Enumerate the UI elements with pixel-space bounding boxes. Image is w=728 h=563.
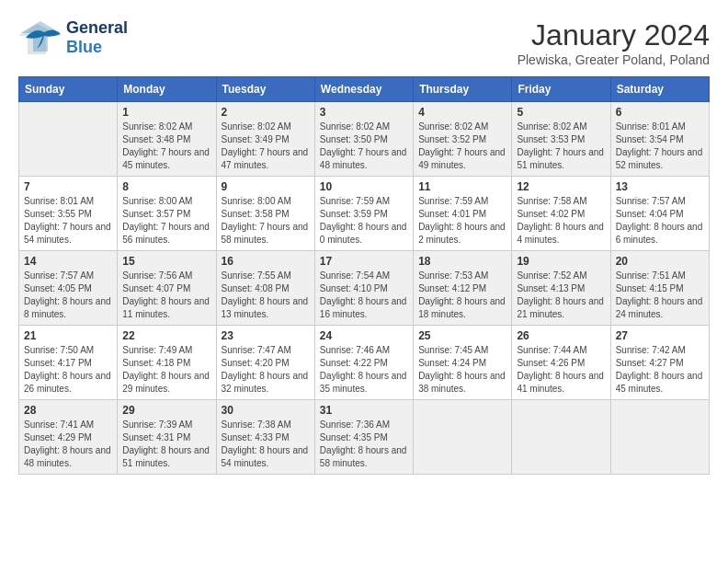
day-number: 28 [24,404,112,417]
day-number: 20 [616,255,704,268]
day-cell: 12Sunrise: 7:58 AMSunset: 4:02 PMDayligh… [512,177,610,251]
day-number: 16 [222,255,310,268]
day-number: 3 [320,106,408,119]
day-cell: 1Sunrise: 8:02 AMSunset: 3:48 PMDaylight… [118,102,216,177]
day-number: 14 [24,255,112,268]
day-info: Sunrise: 7:59 AMSunset: 3:59 PMDaylight:… [320,195,408,247]
day-info: Sunrise: 8:00 AMSunset: 3:58 PMDaylight:… [222,195,310,247]
logo-text: General Blue [66,18,128,57]
day-cell: 16Sunrise: 7:55 AMSunset: 4:08 PMDayligh… [216,251,314,326]
day-number: 29 [122,404,210,417]
day-cell: 3Sunrise: 8:02 AMSunset: 3:50 PMDaylight… [314,102,413,177]
title-block: January 2024 Plewiska, Greater Poland, P… [518,18,710,67]
day-cell: 20Sunrise: 7:51 AMSunset: 4:15 PMDayligh… [610,251,709,326]
logo-blue: Blue [66,38,102,56]
day-cell: 2Sunrise: 8:02 AMSunset: 3:49 PMDaylight… [216,102,314,177]
day-number: 5 [517,106,605,119]
week-row-5: 28Sunrise: 7:41 AMSunset: 4:29 PMDayligh… [19,400,710,475]
day-cell: 7Sunrise: 8:01 AMSunset: 3:55 PMDaylight… [19,177,118,251]
day-cell: 19Sunrise: 7:52 AMSunset: 4:13 PMDayligh… [512,251,610,326]
logo: General Blue [18,18,128,57]
day-info: Sunrise: 8:02 AMSunset: 3:50 PMDaylight:… [320,121,408,172]
day-cell: 5Sunrise: 8:02 AMSunset: 3:53 PMDaylight… [512,102,610,177]
day-number: 23 [222,329,310,342]
day-cell: 11Sunrise: 7:59 AMSunset: 4:01 PMDayligh… [414,177,512,251]
header-cell-thursday: Thursday [414,77,512,102]
header-cell-monday: Monday [118,77,216,102]
day-cell: 24Sunrise: 7:46 AMSunset: 4:22 PMDayligh… [314,326,413,400]
day-cell: 22Sunrise: 7:49 AMSunset: 4:18 PMDayligh… [118,326,216,400]
day-number: 30 [222,404,310,417]
day-info: Sunrise: 7:47 AMSunset: 4:20 PMDaylight:… [222,344,310,396]
day-cell: 15Sunrise: 7:56 AMSunset: 4:07 PMDayligh… [118,251,216,326]
day-info: Sunrise: 8:02 AMSunset: 3:48 PMDaylight:… [122,121,210,172]
header-cell-saturday: Saturday [610,77,709,102]
day-info: Sunrise: 7:38 AMSunset: 4:33 PMDaylight:… [222,419,310,470]
day-number: 25 [418,329,506,342]
day-number: 15 [122,255,210,268]
day-number: 27 [616,329,704,342]
day-info: Sunrise: 8:01 AMSunset: 3:55 PMDaylight:… [24,195,112,247]
header-row: SundayMondayTuesdayWednesdayThursdayFrid… [19,77,710,102]
header-cell-friday: Friday [512,77,610,102]
day-info: Sunrise: 7:54 AMSunset: 4:10 PMDaylight:… [320,270,408,321]
day-number: 10 [320,180,408,193]
day-number: 7 [24,180,112,193]
day-cell: 26Sunrise: 7:44 AMSunset: 4:26 PMDayligh… [512,326,610,400]
day-number: 6 [616,106,704,119]
day-info: Sunrise: 7:52 AMSunset: 4:13 PMDaylight:… [517,270,605,321]
day-cell: 8Sunrise: 8:00 AMSunset: 3:57 PMDaylight… [118,177,216,251]
day-cell [512,400,610,475]
day-info: Sunrise: 7:49 AMSunset: 4:18 PMDaylight:… [122,344,210,396]
day-cell: 29Sunrise: 7:39 AMSunset: 4:31 PMDayligh… [118,400,216,475]
day-info: Sunrise: 7:39 AMSunset: 4:31 PMDaylight:… [122,419,210,470]
day-cell: 14Sunrise: 7:57 AMSunset: 4:05 PMDayligh… [19,251,118,326]
day-number: 2 [222,106,310,119]
day-number: 22 [122,329,210,342]
day-info: Sunrise: 7:41 AMSunset: 4:29 PMDaylight:… [24,419,112,470]
day-cell: 28Sunrise: 7:41 AMSunset: 4:29 PMDayligh… [19,400,118,475]
day-cell: 30Sunrise: 7:38 AMSunset: 4:33 PMDayligh… [216,400,314,475]
day-number: 21 [24,329,112,342]
day-cell: 17Sunrise: 7:54 AMSunset: 4:10 PMDayligh… [314,251,413,326]
day-info: Sunrise: 7:45 AMSunset: 4:24 PMDaylight:… [418,344,506,396]
location-text: Plewiska, Greater Poland, Poland [518,52,710,67]
logo-general: General [66,18,128,37]
day-number: 24 [320,329,408,342]
header-cell-sunday: Sunday [19,77,118,102]
day-info: Sunrise: 7:58 AMSunset: 4:02 PMDaylight:… [517,195,605,247]
day-number: 11 [418,180,506,193]
day-cell: 27Sunrise: 7:42 AMSunset: 4:27 PMDayligh… [610,326,709,400]
day-number: 18 [418,255,506,268]
week-row-2: 7Sunrise: 8:01 AMSunset: 3:55 PMDaylight… [19,177,710,251]
day-info: Sunrise: 7:56 AMSunset: 4:07 PMDaylight:… [122,270,210,321]
header-cell-tuesday: Tuesday [216,77,314,102]
day-info: Sunrise: 7:44 AMSunset: 4:26 PMDaylight:… [517,344,605,396]
day-cell [610,400,709,475]
day-number: 9 [222,180,310,193]
day-info: Sunrise: 8:01 AMSunset: 3:54 PMDaylight:… [616,121,704,172]
day-number: 1 [122,106,210,119]
day-info: Sunrise: 8:00 AMSunset: 3:57 PMDaylight:… [122,195,210,247]
day-info: Sunrise: 8:02 AMSunset: 3:53 PMDaylight:… [517,121,605,172]
day-cell [19,102,118,177]
day-number: 8 [122,180,210,193]
logo-icon [18,19,63,56]
day-number: 17 [320,255,408,268]
week-row-4: 21Sunrise: 7:50 AMSunset: 4:17 PMDayligh… [19,326,710,400]
day-cell: 31Sunrise: 7:36 AMSunset: 4:35 PMDayligh… [314,400,413,475]
day-info: Sunrise: 8:02 AMSunset: 3:49 PMDaylight:… [222,121,310,172]
day-info: Sunrise: 7:46 AMSunset: 4:22 PMDaylight:… [320,344,408,396]
day-info: Sunrise: 7:50 AMSunset: 4:17 PMDaylight:… [24,344,112,396]
day-cell [414,400,512,475]
day-info: Sunrise: 7:57 AMSunset: 4:04 PMDaylight:… [616,195,704,247]
day-cell: 25Sunrise: 7:45 AMSunset: 4:24 PMDayligh… [414,326,512,400]
day-info: Sunrise: 7:36 AMSunset: 4:35 PMDaylight:… [320,419,408,470]
week-row-1: 1Sunrise: 8:02 AMSunset: 3:48 PMDaylight… [19,102,710,177]
day-cell: 9Sunrise: 8:00 AMSunset: 3:58 PMDaylight… [216,177,314,251]
calendar-table: SundayMondayTuesdayWednesdayThursdayFrid… [18,76,710,475]
day-cell: 23Sunrise: 7:47 AMSunset: 4:20 PMDayligh… [216,326,314,400]
day-info: Sunrise: 7:53 AMSunset: 4:12 PMDaylight:… [418,270,506,321]
day-cell: 6Sunrise: 8:01 AMSunset: 3:54 PMDaylight… [610,102,709,177]
week-row-3: 14Sunrise: 7:57 AMSunset: 4:05 PMDayligh… [19,251,710,326]
